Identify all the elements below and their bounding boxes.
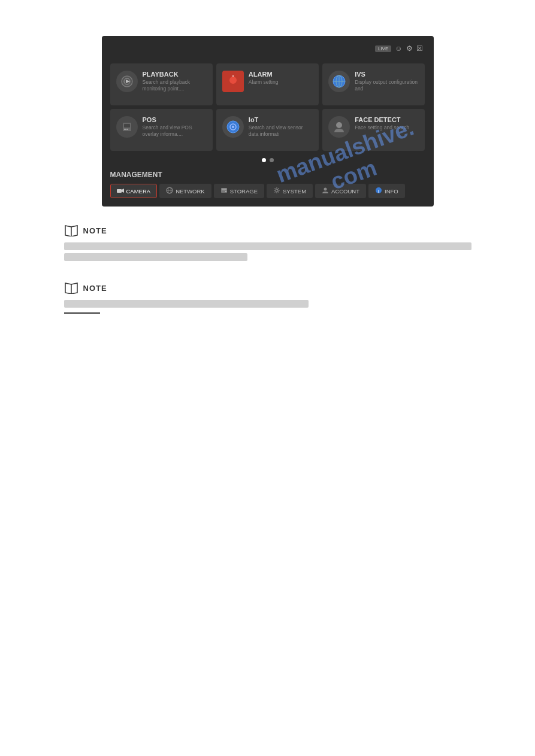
close-icon[interactable]: ☒ — [416, 44, 423, 53]
iot-text: IoT Search and view sensor data informat… — [249, 116, 313, 138]
playback-desc: Search and playback monitoring point.... — [143, 79, 207, 92]
camera-tab-icon — [117, 188, 124, 195]
svg-rect-13 — [126, 129, 128, 130]
alarm-desc: Alarm setting — [249, 79, 279, 86]
ivs-desc: Display output configuration and — [355, 79, 419, 92]
storage-tab-label: STORAGE — [230, 188, 258, 195]
book-icon-1 — [64, 224, 78, 236]
network-tab-icon — [166, 187, 173, 195]
tab-info[interactable]: i INFO — [368, 184, 405, 198]
dvr-card-grid: PLAYBACK Search and playback monitoring … — [108, 60, 428, 154]
management-tabs: CAMERA NETWORK — [110, 184, 425, 198]
ivs-icon — [328, 71, 350, 92]
svg-rect-11 — [124, 124, 130, 127]
svg-point-16 — [232, 126, 234, 128]
network-tab-label: NETWORK — [176, 188, 205, 195]
book-icon-2 — [64, 282, 78, 294]
user-icon[interactable]: ☺ — [395, 44, 402, 53]
dvr-screenshot: LIVE ☺ ⚙ ☒ PLAYBACK Search and playback … — [102, 36, 434, 207]
info-tab-icon: i — [375, 187, 382, 195]
account-tab-icon — [322, 187, 329, 195]
live-badge: LIVE — [375, 45, 391, 52]
svg-rect-4 — [231, 84, 235, 86]
tab-account[interactable]: ACCOUNT — [315, 184, 366, 198]
svg-rect-24 — [222, 189, 226, 190]
ivs-card[interactable]: IVS Display output configuration and — [322, 63, 425, 105]
dvr-topbar: LIVE ☺ ⚙ ☒ — [108, 42, 428, 55]
dot-1[interactable] — [262, 158, 266, 162]
svg-rect-18 — [117, 189, 122, 193]
svg-marker-19 — [122, 189, 124, 193]
system-tab-icon — [273, 187, 280, 195]
page-wrapper: LIVE ☺ ⚙ ☒ PLAYBACK Search and playback … — [0, 0, 535, 356]
svg-text:i: i — [378, 189, 379, 193]
note-section-2: NOTE — [64, 282, 471, 314]
tab-storage[interactable]: STORAGE — [214, 184, 264, 198]
iot-title: IoT — [249, 116, 313, 123]
playback-icon — [116, 71, 138, 92]
info-tab-label: INFO — [385, 188, 398, 195]
facedetect-icon — [328, 116, 350, 138]
iot-card[interactable]: IoT Search and view sensor data informat… — [216, 109, 319, 151]
svg-rect-12 — [124, 129, 126, 130]
playback-title: PLAYBACK — [143, 71, 207, 78]
note-header-1: NOTE — [64, 224, 471, 236]
facedetect-text: FACE DETECT Face setting and search — [355, 116, 409, 131]
alarm-text: ALARM Alarm setting — [249, 71, 279, 86]
note-line-2-1 — [64, 300, 309, 308]
note-header-2: NOTE — [64, 282, 471, 294]
account-tab-label: ACCOUNT — [331, 188, 359, 195]
pagination-dots — [108, 154, 428, 166]
pos-title: POS — [143, 116, 207, 123]
alarm-title: ALARM — [249, 71, 279, 78]
tab-system[interactable]: SYSTEM — [267, 184, 313, 198]
management-title: MANAGEMENT — [110, 171, 425, 179]
management-section: MANAGEMENT CAMERA — [108, 166, 428, 201]
note-label-2: NOTE — [83, 284, 107, 293]
facedetect-title: FACE DETECT — [355, 116, 409, 123]
pos-icon — [116, 116, 138, 138]
facedetect-card[interactable]: FACE DETECT Face setting and search — [322, 109, 425, 151]
pos-desc: Search and view POS overlay informa.... — [143, 125, 207, 138]
iot-icon — [222, 116, 244, 138]
ivs-text: IVS Display output configuration and — [355, 71, 419, 92]
iot-desc: Search and view sensor data informati — [249, 125, 313, 138]
svg-point-3 — [229, 77, 237, 84]
ivs-title: IVS — [355, 71, 419, 78]
camera-tab-label: CAMERA — [126, 188, 151, 195]
settings-icon[interactable]: ⚙ — [406, 44, 413, 53]
svg-point-17 — [336, 122, 342, 128]
alarm-icon — [222, 71, 244, 92]
alarm-card[interactable]: ALARM Alarm setting — [216, 63, 319, 105]
svg-point-25 — [225, 191, 226, 192]
note-line-1-2 — [64, 253, 247, 261]
system-tab-label: SYSTEM — [283, 188, 306, 195]
svg-point-27 — [324, 188, 327, 191]
playback-text: PLAYBACK Search and playback monitoring … — [143, 71, 207, 92]
note-label-1: NOTE — [83, 226, 107, 235]
pos-text: POS Search and view POS overlay informa.… — [143, 116, 207, 138]
pos-card[interactable]: POS Search and view POS overlay informa.… — [110, 109, 213, 151]
svg-point-26 — [276, 189, 278, 192]
tab-network[interactable]: NETWORK — [159, 184, 211, 198]
note-underline-2 — [64, 312, 100, 314]
tab-camera[interactable]: CAMERA — [110, 184, 158, 198]
facedetect-desc: Face setting and search — [355, 125, 409, 131]
playback-card[interactable]: PLAYBACK Search and playback monitoring … — [110, 63, 213, 105]
storage-tab-icon — [220, 187, 228, 195]
note-section-1: NOTE — [64, 224, 471, 264]
dot-2[interactable] — [270, 158, 274, 162]
note-line-1-1 — [64, 242, 471, 250]
